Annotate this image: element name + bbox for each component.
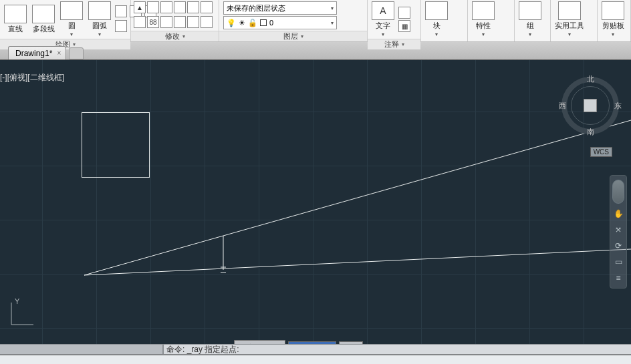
- tab-label: Drawing1*: [15, 49, 52, 58]
- polyline-label: 多段线: [33, 24, 55, 34]
- layer-current-combo[interactable]: 💡 ☀ 🔓 0 ▾: [223, 16, 337, 29]
- svg-line-1: [84, 249, 631, 275]
- view-cube[interactable]: 北 南 东 西: [561, 77, 619, 134]
- chevron-down-icon: ▾: [331, 20, 334, 26]
- circle-button[interactable]: 圆▾: [59, 1, 84, 37]
- modify-icon[interactable]: [134, 16, 146, 28]
- panel-modify: ▲ 88 修改: [131, 0, 219, 41]
- panel-draw: 直线 多段线 圆▾ 圆弧▾ 绘图: [0, 0, 131, 41]
- line-button[interactable]: 直线: [3, 5, 28, 34]
- panel-annotation: A文字▾ ▦ 注释: [368, 0, 421, 41]
- modify-icon[interactable]: [174, 1, 186, 13]
- props-button[interactable]: 特性▾: [471, 1, 496, 37]
- modify-icon[interactable]: [147, 1, 159, 13]
- nav-more-icon[interactable]: ≡: [612, 272, 624, 284]
- compass-n[interactable]: 北: [587, 74, 594, 84]
- block-label: 块: [433, 21, 440, 31]
- modify-icon[interactable]: [187, 16, 199, 28]
- modify-icon[interactable]: [187, 1, 199, 13]
- ucs-icon[interactable]: Y: [8, 301, 35, 328]
- geometry: [0, 60, 631, 355]
- color-swatch: [260, 19, 267, 26]
- panel-layer: 未保存的图层状态▾ 💡 ☀ 🔓 0 ▾ 图层: [219, 0, 368, 41]
- arc-label: 圆弧: [92, 21, 107, 31]
- arc-button[interactable]: 圆弧▾: [87, 1, 112, 37]
- panel-clipboard: 剪贴板▾ .: [598, 0, 631, 41]
- compass-e[interactable]: 东: [614, 101, 622, 111]
- panel-title-layer[interactable]: 图层: [219, 31, 367, 41]
- layer-state-text: 未保存的图层状态: [227, 3, 285, 13]
- new-tab-button[interactable]: [69, 47, 84, 59]
- panel-title-annot[interactable]: 注释: [368, 39, 420, 49]
- modify-icon[interactable]: [201, 16, 213, 28]
- pan-icon[interactable]: ✋: [612, 208, 624, 220]
- util-label: 实用工具: [555, 21, 584, 31]
- navigation-bar: ✋ ⤧ ⟳ ▭ ≡: [610, 175, 627, 289]
- tool-icon[interactable]: [115, 20, 127, 32]
- modify-icon[interactable]: [160, 16, 172, 28]
- annot-icon[interactable]: ▦: [398, 20, 410, 32]
- panel-title-modify[interactable]: 修改: [131, 31, 219, 41]
- polyline-button[interactable]: 多段线: [31, 5, 56, 34]
- props-label: 特性: [476, 21, 491, 31]
- tab-drawing1[interactable]: Drawing1* ×: [8, 46, 66, 59]
- lock-icon: 🔓: [248, 19, 257, 27]
- clipboard-button[interactable]: 剪贴板▾: [600, 1, 626, 37]
- panel-props: 特性▾ .: [468, 0, 515, 41]
- svg-line-0: [84, 120, 631, 275]
- panel-util: 实用工具▾ .: [551, 0, 598, 41]
- group-label: 组: [527, 21, 534, 31]
- clipboard-label: 剪贴板: [602, 21, 624, 31]
- steering-wheel-icon[interactable]: [612, 180, 624, 204]
- util-button[interactable]: 实用工具▾: [553, 1, 586, 37]
- ribbon: 直线 多段线 圆▾ 圆弧▾ 绘图 ▲ 88: [0, 0, 631, 42]
- showmotion-icon[interactable]: ▭: [612, 256, 624, 268]
- text-button[interactable]: A文字▾: [370, 1, 396, 37]
- compass-w[interactable]: 西: [559, 101, 566, 111]
- modify-icon[interactable]: [201, 1, 213, 13]
- wcs-badge[interactable]: WCS: [590, 147, 612, 157]
- close-icon[interactable]: ×: [55, 49, 63, 57]
- command-left-gutter: [0, 344, 163, 355]
- drawing-canvas[interactable]: [-][俯视][二维线框] 指定通过点: 848.0119 < 3° 北 南 东…: [0, 60, 631, 355]
- command-history-text: 命令: _ray 指定起点:: [166, 344, 239, 355]
- block-button[interactable]: 块▾: [424, 1, 449, 37]
- text-label: 文字: [376, 21, 390, 31]
- compass-s[interactable]: 南: [587, 127, 594, 137]
- command-history[interactable]: 命令: _ray 指定起点:: [163, 344, 631, 355]
- sun-icon: ☀: [239, 19, 245, 27]
- group-button[interactable]: 组▾: [517, 1, 543, 37]
- chevron-down-icon: ▾: [331, 5, 334, 11]
- panel-group: 组▾ .: [515, 0, 551, 41]
- zoom-icon[interactable]: ⤧: [612, 224, 624, 236]
- modify-icon[interactable]: ▲: [134, 1, 146, 13]
- modify-icon[interactable]: [174, 16, 186, 28]
- tool-icon[interactable]: [115, 5, 127, 17]
- line-label: 直线: [8, 24, 23, 34]
- lightbulb-icon: 💡: [227, 19, 236, 27]
- layer-state-combo[interactable]: 未保存的图层状态▾: [223, 1, 337, 15]
- annot-icon[interactable]: [398, 7, 410, 19]
- panel-block: 块▾ .: [421, 0, 468, 41]
- layer-name: 0: [269, 19, 273, 27]
- modify-icon[interactable]: 88: [147, 16, 159, 28]
- orbit-icon[interactable]: ⟳: [612, 240, 624, 252]
- modify-icon[interactable]: [160, 1, 172, 13]
- command-panel[interactable]: [0, 355, 631, 364]
- circle-label: 圆: [68, 21, 76, 31]
